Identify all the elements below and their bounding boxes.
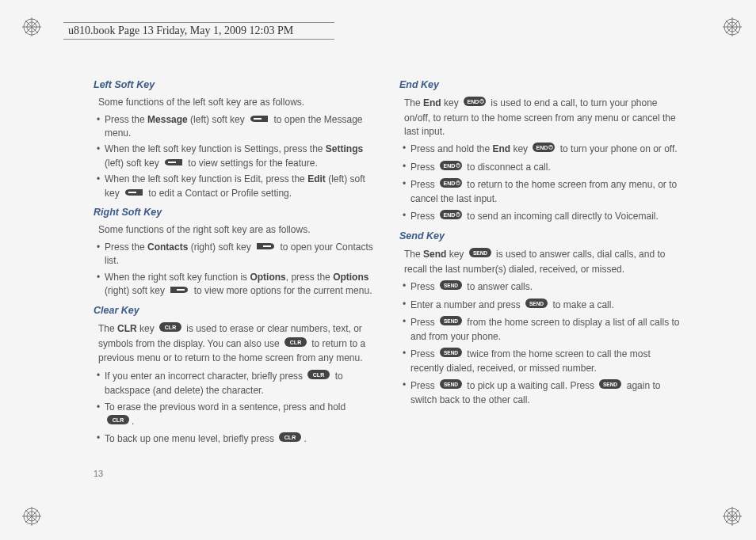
reg-mark-bl — [22, 507, 41, 526]
bullet-item: Press the Contacts (right) soft key to o… — [97, 241, 374, 268]
bullet-item: Press to send an incoming call directly … — [403, 209, 680, 224]
bullet-item: Press twice from the home screen to call… — [403, 347, 680, 376]
bullet-item: Enter a number and press to make a call. — [403, 298, 680, 313]
bullet-item: Press to answer calls. — [403, 280, 680, 295]
end-key-icon — [463, 96, 487, 111]
right-column: End Key The End key is used to end a cal… — [399, 73, 680, 450]
section-send-key: Send Key — [399, 229, 680, 243]
section-left-soft-key: Left Soft Key — [94, 78, 374, 92]
send-key-icon — [439, 280, 463, 295]
bullet-item: Press to pick up a waiting call. Press a… — [403, 378, 680, 408]
document-header: u810.book Page 13 Friday, May 1, 2009 12… — [63, 22, 334, 40]
right-softkey-icon — [169, 284, 189, 298]
section-clear-key: Clear Key — [94, 303, 374, 318]
left-softkey-icon — [124, 187, 144, 200]
bullet-item: When the left soft key function is Edit,… — [97, 173, 374, 200]
send-key-icon — [468, 247, 492, 262]
reg-mark-tl — [22, 17, 41, 36]
bullet-item: If you enter an incorrect character, bri… — [97, 369, 374, 398]
bullet-item: To erase the previous word in a sentence… — [97, 401, 374, 430]
intro-text: Some functions of the left soft key are … — [98, 96, 374, 109]
bullet-item: To back up one menu level, briefly press… — [97, 432, 374, 447]
clr-key-icon — [106, 414, 130, 429]
end-key-icon — [532, 142, 556, 157]
left-column: Left Soft Key Some functions of the left… — [94, 73, 374, 450]
intro-text: Some functions of the right soft key are… — [98, 223, 374, 237]
clr-key-icon — [284, 337, 307, 352]
send-key-icon — [439, 378, 463, 394]
end-key-icon — [439, 160, 463, 175]
send-key-icon — [525, 298, 548, 313]
intro-text: The CLR key is used to erase or clear nu… — [98, 321, 374, 366]
clr-key-icon — [278, 432, 302, 447]
section-end-key: End Key — [399, 78, 680, 92]
clr-key-icon — [158, 321, 182, 337]
section-right-soft-key: Right Soft Key — [94, 205, 374, 219]
left-softkey-icon — [163, 157, 184, 170]
page-number: 13 — [94, 469, 103, 478]
end-key-icon — [439, 177, 463, 192]
end-key-icon — [439, 209, 463, 224]
bullet-item: When the right soft key function is Opti… — [97, 271, 374, 299]
bullet-item: Press from the home screen to display a … — [403, 315, 680, 344]
bullet-item: When the left soft key function is Setti… — [97, 143, 374, 170]
send-key-icon — [439, 315, 463, 330]
reg-mark-br — [723, 507, 742, 526]
right-softkey-icon — [255, 241, 276, 254]
clr-key-icon — [307, 369, 330, 384]
intro-text: The Send key is used to answer calls, di… — [404, 247, 680, 276]
intro-text: The End key is used to end a call, to tu… — [404, 96, 680, 139]
bullet-item: Press and hold the End key to turn your … — [403, 142, 680, 157]
left-softkey-icon — [249, 113, 269, 127]
bullet-item: Press to disconnect a call. — [403, 160, 680, 175]
send-key-icon — [598, 378, 622, 394]
bullet-item: Press to return to the home screen from … — [403, 177, 680, 207]
send-key-icon — [439, 347, 463, 362]
reg-mark-tr — [723, 17, 742, 36]
page-content: Left Soft Key Some functions of the left… — [94, 73, 680, 450]
bullet-item: Press the Message (left) soft key to ope… — [97, 113, 374, 141]
